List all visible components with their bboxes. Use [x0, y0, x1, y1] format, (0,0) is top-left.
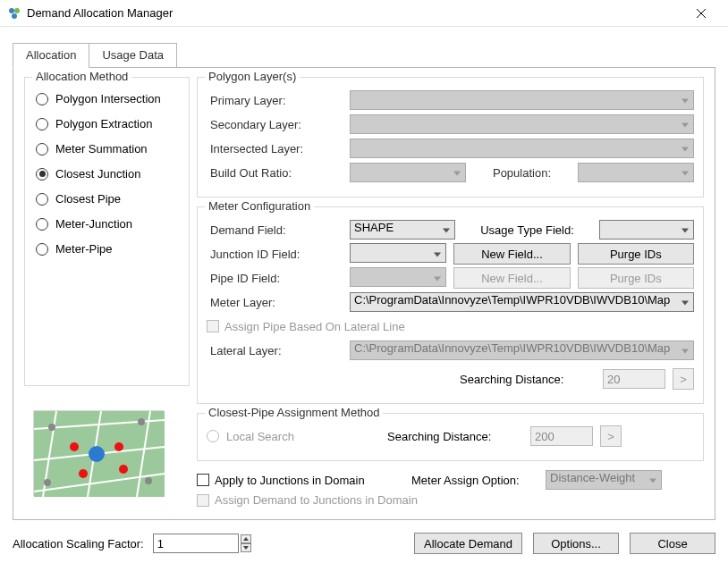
- meter-assign-option-label: Meter Assign Option:: [411, 474, 546, 487]
- allocation-method-group: Allocation Method Polygon IntersectionPo…: [24, 77, 190, 386]
- radio-icon: [36, 143, 48, 156]
- svg-point-1: [14, 8, 20, 13]
- local-search-radio: [207, 430, 219, 442]
- junction-id-label: Junction ID Field:: [207, 248, 350, 261]
- meter-assign-option-select: Distance-Weight: [546, 470, 662, 490]
- scaling-factor-label: Allocation Scaling Factor:: [13, 537, 144, 551]
- allocate-demand-button[interactable]: Allocate Demand: [414, 533, 522, 554]
- tab-strip: Allocation Usage Data: [13, 43, 715, 68]
- apply-junctions-checkbox[interactable]: [197, 474, 209, 486]
- pipe-new-field-button: New Field...: [453, 267, 570, 289]
- intersected-layer-select: [350, 139, 694, 158]
- usage-type-select[interactable]: [599, 220, 694, 240]
- title-bar: Demand Allocation Manager: [0, 0, 728, 27]
- meter-searching-distance-input: [603, 369, 665, 389]
- demand-field-label: Demand Field:: [207, 223, 350, 237]
- junction-new-field-button[interactable]: New Field...: [453, 243, 570, 265]
- junction-id-select[interactable]: [350, 243, 446, 263]
- demand-field-select[interactable]: SHAPE: [350, 220, 455, 240]
- close-button[interactable]: Close: [630, 533, 715, 554]
- lateral-layer-select: C:\ProgramData\Innovyze\Temp\IWPR10VDB\I…: [350, 340, 694, 360]
- assign-demand-label: Assign Demand to Junctions in Domain: [215, 493, 418, 507]
- buildout-ratio-label: Build Out Ratio:: [207, 166, 350, 180]
- allocation-method-legend: Allocation Method: [32, 70, 131, 83]
- tab-usage-data[interactable]: Usage Data: [89, 43, 177, 68]
- app-icon: [7, 6, 21, 21]
- meter-layer-label: Meter Layer:: [207, 296, 350, 309]
- svg-point-14: [114, 442, 123, 451]
- radio-label: Meter-Pipe: [55, 242, 113, 256]
- meter-searching-distance-label: Searching Distance:: [460, 373, 603, 386]
- radio-label: Meter Summation: [55, 142, 148, 156]
- assign-demand-checkbox: [197, 494, 209, 507]
- radio-icon: [36, 168, 48, 181]
- svg-point-2: [12, 13, 17, 19]
- closest-pipe-searching-distance-input: [530, 426, 593, 446]
- apply-junctions-label: Apply to Junctions in Domain: [215, 474, 411, 487]
- radio-label: Closest Junction: [55, 167, 140, 181]
- svg-point-19: [44, 479, 51, 486]
- svg-point-12: [89, 446, 105, 462]
- scaling-factor-input[interactable]: [153, 534, 239, 553]
- closest-pipe-searching-distance-label: Searching Distance:: [387, 430, 530, 443]
- radio-label: Closest Pipe: [55, 192, 121, 206]
- radio-icon: [36, 193, 48, 206]
- alloc-method-meter-junction[interactable]: Meter-Junction: [36, 217, 180, 231]
- options-button[interactable]: Options...: [533, 533, 619, 554]
- svg-point-20: [145, 477, 152, 484]
- lateral-layer-label: Lateral Layer:: [207, 344, 350, 357]
- alloc-method-meter-summation[interactable]: Meter Summation: [36, 142, 180, 156]
- radio-icon: [36, 218, 48, 231]
- buildout-ratio-select: [350, 163, 466, 182]
- svg-point-17: [48, 424, 55, 431]
- closest-pipe-searching-distance-pick-button: >: [600, 425, 622, 447]
- svg-point-13: [70, 442, 79, 451]
- secondary-layer-label: Secondary Layer:: [207, 118, 350, 131]
- secondary-layer-select: [350, 114, 694, 134]
- assign-lateral-checkbox: [207, 320, 219, 332]
- meter-config-group: Meter Configuration Demand Field: SHAPE …: [197, 206, 704, 404]
- radio-label: Polygon Intersection: [55, 92, 161, 105]
- pipe-id-select: [350, 267, 446, 287]
- meter-layer-select[interactable]: C:\ProgramData\Innovyze\Temp\IWPR10VDB\I…: [350, 292, 694, 312]
- svg-point-15: [79, 469, 88, 478]
- pipe-id-label: Pipe ID Field:: [207, 272, 350, 285]
- scaling-factor-spin-up[interactable]: [241, 534, 251, 543]
- svg-point-0: [9, 8, 14, 13]
- radio-icon: [36, 118, 48, 130]
- alloc-method-closest-junction[interactable]: Closest Junction: [36, 167, 180, 181]
- local-search-label: Local Search: [226, 430, 387, 443]
- radio-icon: [36, 93, 48, 105]
- radio-icon: [36, 243, 48, 256]
- primary-layer-select: [350, 90, 694, 110]
- polygon-layers-group: Polygon Layer(s) Primary Layer: Secondar…: [197, 77, 704, 198]
- polygon-layers-legend: Polygon Layer(s): [205, 70, 300, 83]
- assign-lateral-label: Assign Pipe Based On Lateral Line: [224, 320, 405, 333]
- allocation-preview-image: [33, 410, 164, 496]
- tab-body-allocation: Allocation Method Polygon IntersectionPo…: [13, 67, 715, 520]
- window-close-button[interactable]: [681, 0, 721, 27]
- population-label: Population:: [466, 166, 578, 180]
- alloc-method-closest-pipe[interactable]: Closest Pipe: [36, 192, 180, 206]
- closest-pipe-group: Closest-Pipe Assignment Method Local Sea…: [197, 413, 704, 461]
- population-select: [578, 163, 694, 182]
- alloc-method-polygon-intersection[interactable]: Polygon Intersection: [36, 92, 180, 105]
- alloc-method-meter-pipe[interactable]: Meter-Pipe: [36, 242, 180, 256]
- junction-purge-ids-button[interactable]: Purge IDs: [578, 243, 694, 265]
- meter-config-legend: Meter Configuration: [205, 199, 314, 213]
- closest-pipe-legend: Closest-Pipe Assignment Method: [205, 406, 383, 419]
- primary-layer-label: Primary Layer:: [207, 94, 350, 107]
- pipe-purge-ids-button: Purge IDs: [578, 267, 694, 289]
- tab-allocation[interactable]: Allocation: [13, 43, 89, 68]
- radio-label: Meter-Junction: [55, 217, 132, 231]
- usage-type-label: Usage Type Field:: [455, 223, 599, 237]
- radio-label: Polygon Extraction: [55, 117, 152, 130]
- window-title: Demand Allocation Manager: [27, 6, 681, 20]
- svg-point-18: [138, 418, 145, 425]
- alloc-method-polygon-extraction[interactable]: Polygon Extraction: [36, 117, 180, 130]
- svg-point-16: [119, 465, 128, 474]
- intersected-layer-label: Intersected Layer:: [207, 142, 350, 156]
- meter-searching-distance-pick-button: >: [673, 368, 694, 390]
- close-icon: [697, 9, 706, 18]
- scaling-factor-spin-down[interactable]: [241, 543, 251, 552]
